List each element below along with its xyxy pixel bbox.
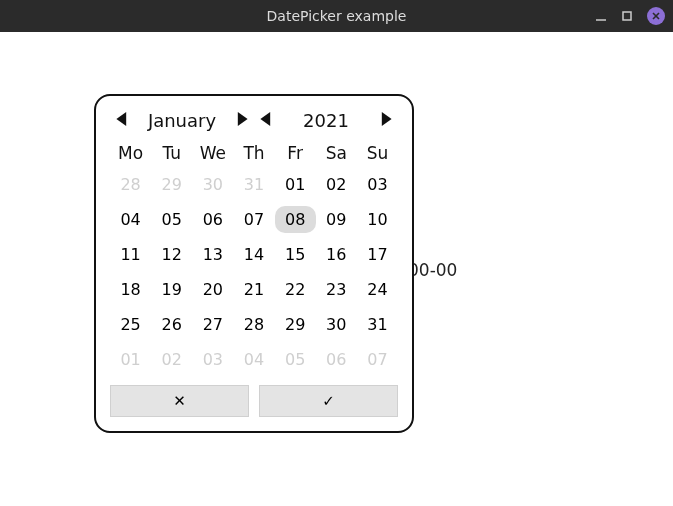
- day-cell[interactable]: 26: [151, 311, 192, 338]
- dow-label: Th: [233, 143, 274, 163]
- dow-label: Fr: [275, 143, 316, 163]
- svg-rect-1: [623, 12, 631, 20]
- day-cell[interactable]: 30: [316, 311, 357, 338]
- day-cell[interactable]: 19: [151, 276, 192, 303]
- picker-nav: January 2021: [106, 110, 402, 137]
- day-cell[interactable]: 02: [151, 346, 192, 373]
- cross-icon: ✕: [173, 392, 186, 410]
- day-cell[interactable]: 15: [275, 241, 316, 268]
- window-title: DatePicker example: [267, 8, 407, 24]
- day-cell[interactable]: 03: [192, 346, 233, 373]
- day-cell[interactable]: 05: [275, 346, 316, 373]
- dow-label: Sa: [316, 143, 357, 163]
- picker-actions: ✕ ✓: [106, 381, 402, 419]
- day-cell[interactable]: 06: [316, 346, 357, 373]
- calendar-grid: 2829303101020304050607080910111213141516…: [106, 169, 402, 381]
- day-cell[interactable]: 28: [110, 171, 151, 198]
- day-cell[interactable]: 25: [110, 311, 151, 338]
- day-cell[interactable]: 10: [357, 206, 398, 233]
- day-cell[interactable]: 03: [357, 171, 398, 198]
- chevron-left-icon: [115, 112, 129, 126]
- next-month-button[interactable]: [230, 111, 254, 130]
- day-cell[interactable]: 27: [192, 311, 233, 338]
- day-cell[interactable]: 07: [233, 206, 274, 233]
- day-cell[interactable]: 02: [316, 171, 357, 198]
- cancel-button[interactable]: ✕: [110, 385, 249, 417]
- day-cell[interactable]: 22: [275, 276, 316, 303]
- day-cell[interactable]: 04: [110, 206, 151, 233]
- window-titlebar: DatePicker example: [0, 0, 673, 32]
- chevron-left-icon: [259, 112, 273, 126]
- day-cell[interactable]: 07: [357, 346, 398, 373]
- dow-label: We: [192, 143, 233, 163]
- day-cell[interactable]: 21: [233, 276, 274, 303]
- svg-marker-6: [260, 112, 270, 126]
- year-label: 2021: [278, 110, 374, 131]
- check-icon: ✓: [322, 392, 335, 410]
- dow-label: Tu: [151, 143, 192, 163]
- chevron-right-icon: [379, 112, 393, 126]
- window-maximize-icon[interactable]: [621, 10, 633, 22]
- day-cell[interactable]: 18: [110, 276, 151, 303]
- day-cell[interactable]: 17: [357, 241, 398, 268]
- day-of-week-header: MoTuWeThFrSaSu: [106, 137, 402, 169]
- chevron-right-icon: [235, 112, 249, 126]
- window-controls: [595, 7, 665, 25]
- day-cell[interactable]: 08: [275, 206, 316, 233]
- prev-month-button[interactable]: [110, 111, 134, 130]
- day-cell[interactable]: 13: [192, 241, 233, 268]
- day-cell[interactable]: 28: [233, 311, 274, 338]
- svg-marker-7: [382, 112, 392, 126]
- background-partial-text: 00-00: [408, 260, 457, 280]
- dow-label: Mo: [110, 143, 151, 163]
- day-cell[interactable]: 12: [151, 241, 192, 268]
- workspace: 00-00 January 2021 MoTuWeThFrSaSu 282930…: [0, 32, 673, 506]
- day-cell[interactable]: 04: [233, 346, 274, 373]
- day-cell[interactable]: 23: [316, 276, 357, 303]
- day-cell[interactable]: 14: [233, 241, 274, 268]
- day-cell[interactable]: 06: [192, 206, 233, 233]
- confirm-button[interactable]: ✓: [259, 385, 398, 417]
- day-cell[interactable]: 30: [192, 171, 233, 198]
- day-cell[interactable]: 01: [275, 171, 316, 198]
- day-cell[interactable]: 16: [316, 241, 357, 268]
- day-cell[interactable]: 24: [357, 276, 398, 303]
- day-cell[interactable]: 31: [233, 171, 274, 198]
- day-cell[interactable]: 31: [357, 311, 398, 338]
- month-label: January: [134, 110, 230, 131]
- prev-year-button[interactable]: [254, 111, 278, 130]
- svg-marker-5: [238, 112, 248, 126]
- day-cell[interactable]: 01: [110, 346, 151, 373]
- day-cell[interactable]: 09: [316, 206, 357, 233]
- day-cell[interactable]: 29: [151, 171, 192, 198]
- date-picker: January 2021 MoTuWeThFrSaSu 282930310102…: [94, 94, 414, 433]
- window-close-icon[interactable]: [647, 7, 665, 25]
- day-cell[interactable]: 05: [151, 206, 192, 233]
- window-minimize-icon[interactable]: [595, 10, 607, 22]
- dow-label: Su: [357, 143, 398, 163]
- day-cell[interactable]: 29: [275, 311, 316, 338]
- day-cell[interactable]: 20: [192, 276, 233, 303]
- next-year-button[interactable]: [374, 111, 398, 130]
- svg-marker-4: [116, 112, 126, 126]
- day-cell[interactable]: 11: [110, 241, 151, 268]
